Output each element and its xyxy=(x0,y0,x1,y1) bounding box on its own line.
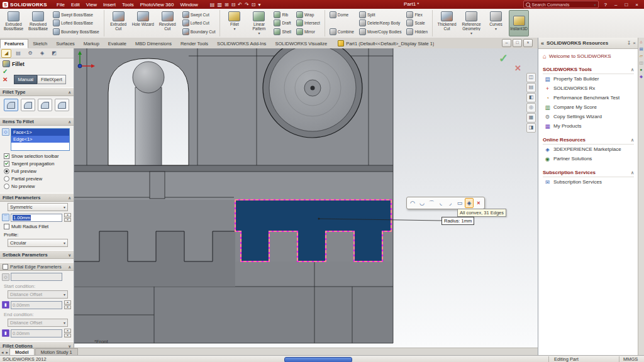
new-document-icon[interactable]: ▤ xyxy=(210,2,215,8)
revolved-cut-button[interactable]: Revolved Cut xyxy=(155,9,180,37)
curves-dropdown-icon[interactable]: ▾ xyxy=(495,26,497,31)
document-close-button[interactable]: × xyxy=(523,39,533,47)
items-to-fillet-listbox[interactable]: Face<1> Edge<1> xyxy=(11,128,70,151)
reference-geometry-button[interactable]: Reference Geometry ▾ xyxy=(459,9,484,37)
display-style-icon[interactable]: ◎ xyxy=(526,103,536,112)
collapse-chevron-icon[interactable]: ∨ xyxy=(69,253,71,257)
strip-view-palette-icon[interactable]: ◫ xyxy=(639,60,643,65)
property-tab-builder-link[interactable]: ▤ Property Tab Builder xyxy=(543,74,634,84)
rebuild-icon[interactable]: ⊡ xyxy=(252,2,256,8)
full-preview-radio[interactable] xyxy=(4,168,9,174)
select-feature-edges-icon[interactable]: ◟ xyxy=(436,198,445,208)
save-icon[interactable]: ⊞ xyxy=(225,2,229,8)
strip-custom-properties-icon[interactable]: ◆ xyxy=(640,74,643,79)
partner-solutions-link[interactable]: ◉ Partner Solutions xyxy=(543,154,634,163)
select-tangent-icon[interactable]: ▭ xyxy=(455,198,464,208)
strip-appearances-icon[interactable]: ● xyxy=(640,67,643,72)
hide-show-items-icon[interactable]: ▦ xyxy=(526,113,536,123)
flex-button[interactable]: Flex xyxy=(404,11,430,19)
thickened-cut-button[interactable]: Thickened Cut xyxy=(435,9,459,37)
selection-item-edge[interactable]: Edge<1> xyxy=(11,136,69,143)
collapse-task-pane-icon[interactable]: « xyxy=(541,40,544,47)
tab-evaluate[interactable]: Evaluate xyxy=(104,39,131,48)
solidworks-tools-section-header[interactable]: SOLIDWORKS Tools ∧ xyxy=(543,65,634,74)
radius-callout[interactable]: Radius: 1mm xyxy=(441,217,474,225)
boundary-boss-base-button[interactable]: Boundary Boss/Base xyxy=(51,28,101,36)
radius-input[interactable]: 1.00mm xyxy=(11,214,62,222)
menu-view[interactable]: View xyxy=(83,1,100,8)
search-dropdown-icon[interactable]: ▾ xyxy=(594,3,596,7)
start-offset-stepper[interactable]: ▲▼ xyxy=(64,300,71,309)
lofted-boss-base-button[interactable]: Lofted Boss/Base xyxy=(51,19,101,27)
linear-pattern-button[interactable]: Linear Pattern ▾ xyxy=(247,9,271,37)
swept-cut-button[interactable]: Swept Cut xyxy=(180,11,218,19)
close-toolbar-icon[interactable]: × xyxy=(474,198,483,208)
menu-window[interactable]: Window xyxy=(177,1,201,8)
online-resources-section-header[interactable]: Online Resources ∧ xyxy=(543,136,634,145)
ok-button[interactable]: ✓ xyxy=(0,68,74,75)
linear-pattern-dropdown-icon[interactable]: ▾ xyxy=(258,31,260,35)
extruded-cut-button[interactable]: Extruded Cut xyxy=(106,9,131,37)
view-orientation-icon[interactable]: ◧ xyxy=(526,93,536,102)
performance-benchmark-link[interactable]: ◔ Performance Benchmark Test xyxy=(543,93,634,102)
multi-radius-fillet-checkbox[interactable] xyxy=(4,224,9,229)
move-copy-bodies-button[interactable]: Move/Copy Bodies xyxy=(357,28,404,36)
collapse-chevron-icon[interactable]: ∧ xyxy=(631,138,634,143)
menu-file[interactable]: File xyxy=(53,1,68,8)
setback-parameters-section-header[interactable]: Setback Parameters ∨ xyxy=(0,250,74,259)
hole-wizard-button[interactable]: Hole Wizard xyxy=(131,9,155,37)
help-button[interactable]: ? xyxy=(602,2,609,8)
display-manager-tab-icon[interactable]: ◩ xyxy=(49,49,59,58)
collapse-chevron-icon[interactable]: ∧ xyxy=(69,90,71,94)
radius-step per[interactable]: ▲▼ xyxy=(64,213,71,222)
draft-button[interactable]: Draft xyxy=(272,19,292,27)
face-fillet-icon[interactable] xyxy=(38,99,52,111)
mirror-button[interactable]: Mirror xyxy=(294,28,322,36)
end-offset-input[interactable]: 0.00mm xyxy=(11,329,62,337)
lofted-cut-button[interactable]: Lofted Cut xyxy=(180,19,218,27)
partial-edge-parameters-checkbox[interactable] xyxy=(3,264,8,270)
partial-edge-input[interactable] xyxy=(11,273,62,281)
profile-dropdown[interactable]: Circular ▾ xyxy=(8,239,68,247)
hidden-button[interactable]: Hidden xyxy=(404,28,430,36)
curves-button[interactable]: Curves ▾ xyxy=(484,9,508,37)
viewport-cancel-icon[interactable]: ✕ xyxy=(514,63,521,73)
partial-edge-parameters-section-header[interactable]: Partial Edge Parameters ∧ xyxy=(0,262,74,271)
window-close-button[interactable]: × xyxy=(633,2,640,8)
cancel-button[interactable]: ✕ xyxy=(3,76,8,83)
open-document-icon[interactable]: ▥ xyxy=(217,2,222,8)
copy-settings-wizard-link[interactable]: ⚙ Copy Settings Wizard xyxy=(543,112,634,121)
fillet-options-section-header[interactable]: Fillet Options ∨ xyxy=(0,341,74,348)
constant-size-fillet-icon[interactable] xyxy=(4,99,18,111)
dimxpert-manager-tab-icon[interactable]: ◈ xyxy=(37,49,47,58)
tab-surfaces[interactable]: Surfaces xyxy=(52,39,79,48)
pin-task-pane-icon[interactable]: ↧ xyxy=(627,40,631,46)
status-units[interactable]: MMGS xyxy=(619,356,638,362)
marketplace-link[interactable]: ◈ 3DEXPERIENCE Marketplace xyxy=(543,145,634,154)
filletxpert-tab[interactable]: FilletXpert xyxy=(37,75,66,84)
undo-icon[interactable]: ↶ xyxy=(238,2,242,8)
redo-icon[interactable]: ↷ xyxy=(245,2,249,8)
appearance-icon[interactable]: ◨ xyxy=(526,123,536,133)
collapse-chevron-icon[interactable]: ∧ xyxy=(69,195,71,200)
welcome-link[interactable]: ⌂ Welcome to SOLIDWORKS xyxy=(543,53,634,60)
document-minimize-button[interactable]: – xyxy=(502,39,511,47)
select-partial-loop-icon[interactable]: ⌒ xyxy=(427,198,436,208)
search-commands-input[interactable]: Search Commands ▾ xyxy=(523,1,599,8)
zoom-fit-icon[interactable]: ◫ xyxy=(526,73,536,82)
strip-design-library-icon[interactable]: ▤ xyxy=(639,47,643,52)
fillet-parameters-section-header[interactable]: Fillet Parameters ∧ xyxy=(0,193,74,202)
dome-button[interactable]: Dome xyxy=(328,11,356,19)
menu-tools[interactable]: Tools xyxy=(119,1,137,8)
menu-photoview-360[interactable]: PhotoView 360 xyxy=(137,1,177,8)
solidworks-rx-link[interactable]: + SOLIDWORKS Rx xyxy=(543,84,634,93)
end-offset-stepper[interactable]: ▲▼ xyxy=(64,329,71,337)
show-selection-toolbar-checkbox[interactable] xyxy=(4,153,9,159)
window-minimize-button[interactable]: – xyxy=(613,2,619,8)
property-manager-tab-icon[interactable]: ◢ xyxy=(1,49,11,58)
section-view-icon[interactable]: ▤ xyxy=(526,83,536,92)
fillet-type-section-header[interactable]: Fillet Type ∧ xyxy=(0,87,74,96)
variable-size-fillet-icon[interactable] xyxy=(21,99,35,111)
wrap-button[interactable]: Wrap xyxy=(294,11,322,19)
select-edge-icon[interactable]: ◠ xyxy=(408,198,417,208)
